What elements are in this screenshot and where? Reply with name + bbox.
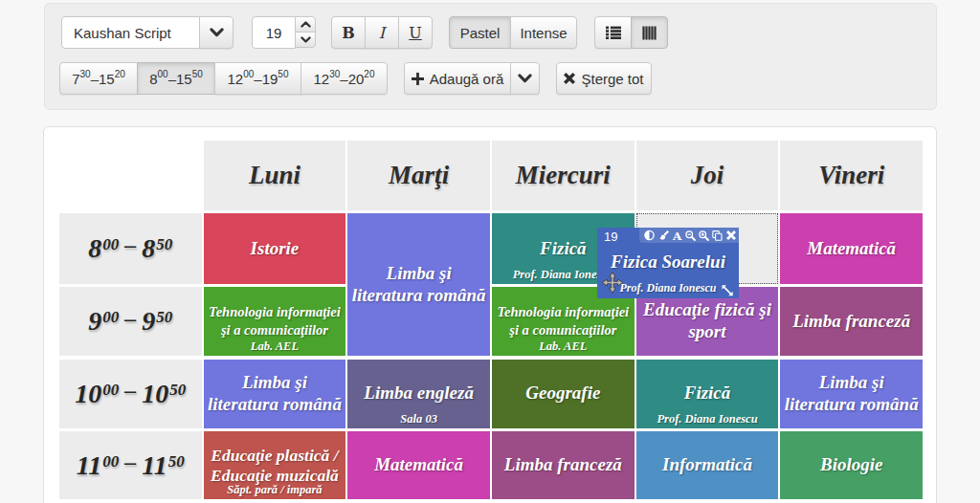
- bold-button[interactable]: B: [331, 16, 366, 49]
- lesson-title: Matematică: [374, 454, 463, 476]
- text-style-group: B I U: [331, 16, 433, 49]
- contrast-icon[interactable]: [644, 229, 655, 242]
- lesson-cell-luni-9[interactable]: Tehnologia informaţiei şi a comunicaţiil…: [204, 287, 346, 357]
- lesson-title: Geografie: [525, 383, 600, 405]
- chevron-down-icon: [518, 74, 532, 83]
- lesson-title: Limba engleză: [364, 383, 474, 405]
- intense-button[interactable]: Intense: [510, 16, 577, 49]
- zoom-out-icon[interactable]: [685, 229, 696, 242]
- italic-button[interactable]: I: [365, 16, 399, 49]
- day-header-miercuri: Miercuri: [492, 141, 635, 210]
- resize-handle[interactable]: [722, 283, 735, 295]
- time-scheme-1200-1950[interactable]: 1200–1950: [214, 62, 301, 95]
- lesson-cell-joi-10[interactable]: Fizică Prof. Diana Ionescu: [636, 360, 779, 429]
- lesson-title: Informatică: [662, 454, 752, 476]
- chevron-down-icon: [301, 36, 311, 43]
- font-family-value: Kaushan Script: [74, 25, 171, 41]
- font-family-select[interactable]: Kaushan Script: [61, 16, 200, 49]
- lesson-title: Tehnologia informaţiei şi a comunicaţiil…: [207, 303, 344, 339]
- list-view-button[interactable]: [594, 16, 632, 49]
- lesson-mini-toolbar: A: [639, 228, 739, 243]
- copy-icon[interactable]: [712, 229, 723, 242]
- lesson-cell-marti-10[interactable]: Limba engleză Sala 03: [347, 360, 490, 429]
- remove-x-icon: [564, 73, 575, 84]
- time-scheme-1230-2020[interactable]: 1230–2020: [301, 62, 388, 95]
- lesson-title: Limba şi literatura română: [350, 263, 487, 307]
- range-label: 800–1550: [149, 70, 203, 87]
- intense-label: Intense: [520, 25, 567, 41]
- lesson-sub: Sala 03: [347, 412, 490, 426]
- lesson-sub: Prof. Diana Ionescu: [636, 412, 779, 426]
- add-hour-button[interactable]: Adaugă oră: [404, 62, 511, 95]
- list-view-icon: [606, 26, 621, 40]
- lesson-sub: Săpt. pară / impară: [204, 483, 346, 497]
- brush-icon[interactable]: [658, 229, 669, 242]
- range-label: 1200–1950: [228, 70, 289, 87]
- columns-view-button[interactable]: [631, 16, 668, 49]
- pastel-button[interactable]: Pastel: [449, 16, 511, 49]
- lesson-cell-vineri-10[interactable]: Limba şi literatura română: [780, 360, 923, 429]
- add-hour-caret-button[interactable]: [510, 62, 540, 95]
- svg-text:A: A: [672, 230, 682, 242]
- close-icon[interactable]: [725, 229, 736, 242]
- lesson-cell-marti-11[interactable]: Matematică: [347, 431, 490, 499]
- lesson-title: Limba franceză: [792, 311, 910, 333]
- lesson-title: Biologie: [820, 454, 882, 476]
- time-scheme-800-1550[interactable]: 800–1550: [137, 62, 215, 95]
- lesson-cell-vineri-9[interactable]: Limba franceză: [780, 287, 923, 357]
- font-size-up-button[interactable]: [295, 16, 316, 33]
- font-family-caret-button[interactable]: [199, 16, 234, 49]
- lesson-title: Limba franceză: [504, 454, 622, 476]
- lesson-cell-miercuri-11[interactable]: Limba franceză: [492, 431, 635, 499]
- font-size-icon[interactable]: A: [672, 229, 682, 242]
- lesson-title: Matematică: [807, 238, 896, 260]
- lesson-title: Educaţie fizică şi sport: [639, 299, 776, 343]
- timetable-grid: Luni Marţi Miercuri Joi Vineri 800–850 9…: [59, 141, 923, 499]
- add-hour-group: Adaugă oră: [404, 62, 540, 95]
- time-slot-10: 1000–1050: [59, 360, 202, 429]
- lesson-title: Educaţie plastică / Educaţie muzicală: [207, 446, 344, 486]
- lesson-cell-marti-8-9[interactable]: Limba şi literatura română: [347, 213, 490, 356]
- chevron-up-icon: [301, 21, 311, 28]
- columns-view-icon: [642, 26, 657, 40]
- lesson-sub: Lab. AEL: [492, 339, 635, 354]
- timetable-panel: Luni Marţi Miercuri Joi Vineri 800–850 9…: [43, 126, 937, 503]
- time-slot-11: 1100–1150: [59, 431, 202, 499]
- add-hour-label: Adaugă oră: [430, 71, 504, 87]
- lesson-title: Tehnologia informaţiei şi a comunicaţiil…: [495, 303, 632, 339]
- range-label: 1230–2020: [314, 70, 375, 87]
- underline-label: U: [409, 24, 421, 42]
- day-header-vineri: Vineri: [780, 141, 923, 210]
- lesson-title: Limba şi literatura română: [207, 372, 344, 416]
- time-scheme-group: 730–1520 800–1550 1200–1950 1230–2020: [59, 62, 388, 95]
- lesson-cell-luni-11[interactable]: Educaţie plastică / Educaţie muzicală Să…: [204, 431, 346, 499]
- lesson-title: Limba şi literatura română: [783, 372, 920, 416]
- pastel-label: Pastel: [460, 25, 501, 41]
- lesson-title: Fizică: [540, 238, 587, 260]
- chevron-down-icon: [210, 28, 224, 37]
- underline-button[interactable]: U: [398, 16, 433, 49]
- lesson-cell-miercuri-10[interactable]: Geografie: [492, 360, 635, 429]
- time-scheme-730-1520[interactable]: 730–1520: [59, 62, 138, 95]
- lesson-title: Istorie: [251, 238, 300, 260]
- lesson-cell-vineri-11[interactable]: Biologie: [780, 431, 923, 499]
- font-family-group: Kaushan Script: [61, 16, 234, 49]
- lesson-cell-luni-10[interactable]: Limba şi literatura română: [204, 360, 346, 429]
- day-header-luni: Luni: [204, 141, 346, 210]
- bold-label: B: [342, 24, 355, 42]
- lesson-cell-luni-8[interactable]: Istorie: [204, 213, 346, 284]
- font-size-value: 19: [266, 25, 282, 41]
- dragged-lesson-title: Fizica Soarelui: [597, 252, 739, 273]
- clear-all-button[interactable]: Şterge tot: [556, 62, 652, 95]
- time-slot-8: 800–850: [59, 213, 202, 284]
- font-size-down-button[interactable]: [295, 32, 316, 48]
- font-size-badge: 19: [604, 230, 617, 244]
- lesson-cell-joi-11[interactable]: Informatică: [636, 431, 779, 499]
- zoom-in-icon[interactable]: [699, 229, 709, 242]
- lesson-cell-vineri-8[interactable]: Matematică: [780, 213, 923, 284]
- plus-icon: [412, 73, 424, 85]
- font-size-input[interactable]: 19: [252, 16, 296, 49]
- toolbar-panel: Kaushan Script 19 B I U: [44, 3, 937, 110]
- time-slot-9: 900–950: [59, 287, 202, 357]
- italic-label: I: [379, 24, 385, 42]
